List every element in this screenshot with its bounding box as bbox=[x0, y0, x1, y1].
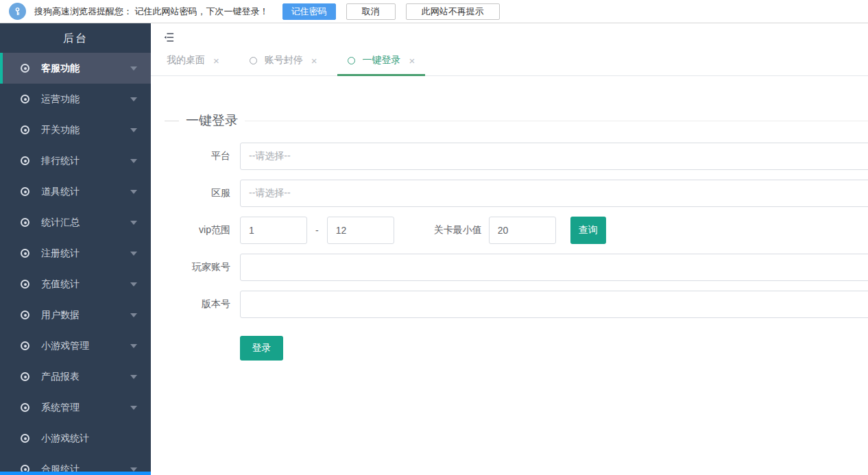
radio-circle-icon bbox=[21, 95, 29, 103]
account-row: 玩家账号 bbox=[165, 254, 868, 281]
radio-circle-icon bbox=[21, 403, 29, 412]
radio-circle-icon bbox=[21, 434, 29, 443]
tab-one-key-login[interactable]: 一键登录× bbox=[343, 54, 420, 75]
cancel-button[interactable]: 取消 bbox=[346, 3, 396, 20]
main-content: 我的桌面×账号封停×一键登录× 一键登录 平台 --请选择-- 区服 --请选择… bbox=[151, 23, 868, 475]
sidebar-item-product-report[interactable]: 产品报表 bbox=[0, 361, 151, 392]
divider-line bbox=[245, 121, 868, 121]
sidebar-item-register-stats[interactable]: 注册统计 bbox=[0, 238, 151, 269]
sidebar-item-label: 系统管理 bbox=[41, 402, 80, 414]
sidebar-menu: 客服功能运营功能开关功能排行统计道具统计统计汇总注册统计充值统计用户数据小游戏管… bbox=[0, 53, 151, 475]
sidebar-item-label: 排行统计 bbox=[41, 155, 80, 167]
sidebar-item-label: 客服功能 bbox=[41, 62, 80, 75]
version-input[interactable] bbox=[240, 291, 868, 318]
sidebar: 后台 客服功能运营功能开关功能排行统计道具统计统计汇总注册统计充值统计用户数据小… bbox=[0, 23, 151, 475]
sidebar-item-label: 小游戏管理 bbox=[41, 340, 89, 352]
sidebar-item-label: 注册统计 bbox=[41, 247, 80, 260]
collapse-sidebar-icon[interactable] bbox=[163, 32, 175, 45]
sidebar-title: 后台 bbox=[0, 23, 151, 53]
form-title: 一键登录 bbox=[186, 112, 238, 130]
key-icon bbox=[9, 3, 26, 20]
remember-password-button[interactable]: 记住密码 bbox=[282, 3, 336, 20]
platform-placeholder: --请选择-- bbox=[249, 150, 291, 162]
sidebar-item-label: 统计汇总 bbox=[41, 217, 80, 229]
radio-circle-icon bbox=[21, 372, 29, 381]
chevron-down-icon bbox=[130, 467, 137, 472]
chevron-down-icon bbox=[130, 252, 137, 256]
sidebar-item-customer-service[interactable]: 客服功能 bbox=[0, 53, 151, 84]
notification-bar: 搜狗高速浏览器提醒您： 记住此网站密码，下次一键登录！ 记住密码 取消 此网站不… bbox=[0, 0, 868, 23]
form-section: 一键登录 平台 --请选择-- 区服 --请选择-- vip范围 - 关卡最小值… bbox=[151, 76, 868, 361]
radio-circle-icon bbox=[21, 249, 29, 258]
tab-bar: 我的桌面×账号封停×一键登录× bbox=[151, 51, 868, 76]
level-min-input[interactable] bbox=[489, 217, 556, 244]
sidebar-item-minigame-manage[interactable]: 小游戏管理 bbox=[0, 330, 151, 361]
radio-circle-icon bbox=[21, 341, 29, 350]
server-label: 区服 bbox=[165, 187, 230, 199]
platform-row: 平台 --请选择-- bbox=[165, 143, 868, 170]
chevron-down-icon bbox=[130, 406, 137, 410]
notification-message: 搜狗高速浏览器提醒您： 记住此网站密码，下次一键登录！ bbox=[34, 5, 269, 18]
tab-label: 账号封停 bbox=[265, 54, 303, 66]
sidebar-item-stats-summary[interactable]: 统计汇总 bbox=[0, 207, 151, 238]
version-row: 版本号 bbox=[165, 291, 868, 318]
sidebar-item-ranking-stats[interactable]: 排行统计 bbox=[0, 145, 151, 176]
sidebar-item-label: 用户数据 bbox=[41, 309, 80, 321]
never-prompt-button[interactable]: 此网站不再提示 bbox=[406, 3, 500, 20]
chevron-down-icon bbox=[130, 313, 137, 317]
radio-circle-icon bbox=[21, 125, 29, 134]
sidebar-item-system-manage[interactable]: 系统管理 bbox=[0, 392, 151, 423]
login-button[interactable]: 登录 bbox=[240, 336, 283, 361]
tab-circle-icon bbox=[250, 57, 257, 64]
vip-range-row: vip范围 - 关卡最小值 查询 bbox=[165, 217, 868, 244]
radio-circle-icon bbox=[21, 218, 29, 227]
sidebar-item-recharge-stats[interactable]: 充值统计 bbox=[0, 269, 151, 300]
radio-circle-icon bbox=[21, 280, 29, 289]
section-header: 一键登录 bbox=[165, 112, 868, 130]
vip-max-input[interactable] bbox=[327, 217, 394, 244]
main-topbar bbox=[151, 23, 868, 51]
level-min-label: 关卡最小值 bbox=[434, 224, 482, 236]
sidebar-item-minigame-stats[interactable]: 小游戏统计 bbox=[0, 423, 151, 454]
chevron-down-icon bbox=[130, 375, 137, 379]
chevron-down-icon bbox=[130, 128, 137, 132]
sidebar-item-item-stats[interactable]: 道具统计 bbox=[0, 176, 151, 207]
tab-close-icon[interactable]: × bbox=[409, 56, 415, 66]
tab-close-icon[interactable]: × bbox=[311, 56, 317, 66]
sidebar-item-user-data[interactable]: 用户数据 bbox=[0, 300, 151, 330]
vip-range-label: vip范围 bbox=[165, 224, 230, 236]
radio-circle-icon bbox=[21, 64, 29, 73]
account-input[interactable] bbox=[240, 254, 868, 281]
query-button[interactable]: 查询 bbox=[570, 217, 606, 244]
vip-min-input[interactable] bbox=[240, 217, 307, 244]
chevron-down-icon bbox=[130, 221, 137, 225]
server-select[interactable]: --请选择-- bbox=[240, 180, 868, 207]
server-placeholder: --请选择-- bbox=[249, 187, 291, 199]
chevron-down-icon bbox=[130, 344, 137, 348]
tab-label: 一键登录 bbox=[363, 54, 401, 66]
chevron-down-icon bbox=[130, 97, 137, 101]
platform-label: 平台 bbox=[165, 150, 230, 162]
radio-circle-icon bbox=[21, 310, 29, 319]
sidebar-item-label: 开关功能 bbox=[41, 124, 80, 136]
chevron-down-icon bbox=[130, 66, 137, 71]
chevron-down-icon bbox=[130, 190, 137, 194]
divider-line bbox=[165, 121, 179, 121]
sidebar-item-label: 充值统计 bbox=[41, 278, 80, 291]
tab-account-ban[interactable]: 账号封停× bbox=[245, 54, 322, 75]
tab-close-icon[interactable]: × bbox=[213, 56, 219, 66]
radio-circle-icon bbox=[21, 187, 29, 196]
version-label: 版本号 bbox=[165, 298, 230, 310]
sidebar-item-label: 道具统计 bbox=[41, 186, 80, 198]
sidebar-item-operations[interactable]: 运营功能 bbox=[0, 84, 151, 114]
chevron-down-icon bbox=[130, 159, 137, 163]
sidebar-item-switch-functions[interactable]: 开关功能 bbox=[0, 114, 151, 145]
tab-circle-icon bbox=[348, 57, 355, 64]
platform-select[interactable]: --请选择-- bbox=[240, 143, 868, 170]
range-dash: - bbox=[315, 225, 319, 236]
sidebar-scroll-indicator bbox=[0, 472, 151, 475]
server-row: 区服 --请选择-- bbox=[165, 180, 868, 207]
tab-my-desktop[interactable]: 我的桌面× bbox=[162, 54, 224, 75]
sidebar-item-label: 运营功能 bbox=[41, 93, 80, 106]
radio-circle-icon bbox=[21, 156, 29, 165]
